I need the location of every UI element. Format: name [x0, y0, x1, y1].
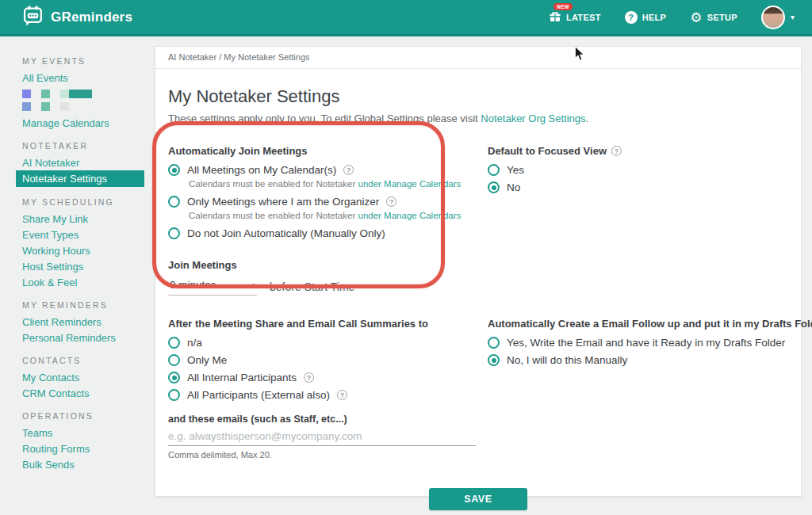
- save-button[interactable]: SAVE: [429, 488, 527, 510]
- radio-label: Only Meetings where I am the Organizer: [187, 196, 379, 208]
- sidebar-item-my-contacts[interactable]: My Contacts: [22, 369, 155, 385]
- radio-icon[interactable]: [488, 354, 500, 366]
- radio-focused-yes[interactable]: Yes: [488, 164, 788, 176]
- radio-followup-no[interactable]: No, I will do this Manually: [488, 354, 788, 366]
- radio-icon[interactable]: [168, 164, 180, 176]
- help-icon[interactable]: ?: [611, 146, 622, 156]
- radio-label: All Internal Participants: [187, 372, 297, 383]
- radio-label: No, I will do this Manually: [507, 354, 627, 366]
- gift-icon: [549, 10, 561, 25]
- radio-focused-no[interactable]: No: [488, 181, 788, 193]
- select-caret-icon: ▾: [251, 281, 255, 289]
- radio-organizer-only[interactable]: Only Meetings where I am the Organizer ?: [168, 196, 488, 208]
- nav-help-label: HELP: [642, 13, 667, 22]
- radio-only-me[interactable]: Only Me: [168, 354, 488, 366]
- user-menu[interactable]: ▾: [761, 6, 795, 29]
- radio-na[interactable]: n/a: [168, 337, 488, 349]
- sidebar-item-look-feel[interactable]: Look & Feel: [22, 274, 155, 290]
- radio-all-participants[interactable]: All Participants (External also) ?: [168, 389, 488, 401]
- radio-icon[interactable]: [168, 227, 180, 239]
- radio-all-internal[interactable]: All Internal Participants ?: [168, 372, 488, 383]
- new-badge: NEW: [553, 3, 573, 10]
- nav-help[interactable]: ? HELP: [625, 11, 667, 24]
- join-minutes-select[interactable]: 0 minutes ▾: [168, 278, 257, 296]
- subtitle-period: .: [586, 113, 589, 124]
- radio-icon[interactable]: [488, 337, 500, 349]
- main-panel: AI Notetaker / My Notetaker Settings My …: [155, 46, 802, 497]
- help-circle-icon: ?: [625, 11, 638, 24]
- sidebar-item-crm-contacts[interactable]: CRM Contacts: [22, 385, 155, 401]
- nav-latest-label: LATEST: [566, 13, 601, 22]
- join-meetings-heading: Join Meetings: [168, 259, 488, 271]
- page-subtitle: These settings apply only to you. To edi…: [168, 113, 788, 124]
- sidebar-item-teams[interactable]: Teams: [22, 425, 155, 441]
- sidebar-item-manage-calendars[interactable]: Manage Calendars: [22, 115, 155, 131]
- radio-do-not-join[interactable]: Do not Join Automatically (Manually Only…: [168, 227, 488, 239]
- under-manage-calendars-link[interactable]: under Manage Calendars: [358, 211, 462, 220]
- greminders-calendar-icon: [22, 5, 44, 29]
- calendar-activity-squares: [22, 90, 155, 111]
- note-text: Calendars must be enabled for Notetaker: [189, 211, 358, 220]
- gear-icon: ⚙: [690, 11, 703, 24]
- radio-label: All Meetings on My Calendar(s): [187, 164, 336, 176]
- nav-latest[interactable]: NEW LATEST: [549, 10, 601, 25]
- auto-join-heading: Automatically Join Meetings: [168, 145, 488, 157]
- user-avatar[interactable]: [761, 6, 785, 29]
- section-title-my-scheduling: MY SCHEDULING: [22, 197, 155, 207]
- radio-all-meetings[interactable]: All Meetings on My Calendar(s) ?: [168, 164, 488, 176]
- select-value: 0 minutes: [170, 279, 216, 291]
- radio-icon[interactable]: [168, 354, 180, 366]
- emails-input[interactable]: [168, 426, 476, 446]
- emails-hint: Comma delimited, Max 20.: [168, 450, 488, 460]
- nav-setup[interactable]: ⚙ SETUP: [690, 11, 737, 24]
- sidebar-item-client-reminders[interactable]: Client Reminders: [22, 314, 155, 330]
- help-icon[interactable]: ?: [386, 196, 396, 207]
- radio-label: n/a: [187, 337, 202, 349]
- sidebar-item-notetaker-settings[interactable]: Notetaker Settings: [16, 170, 144, 187]
- sidebar-item-bulk-sends[interactable]: Bulk Sends: [22, 456, 155, 472]
- radio-label: Yes: [507, 164, 524, 176]
- emails-label: and these emails (such as Staff, etc...): [168, 414, 488, 425]
- section-title-operations: OPERATIONS: [22, 411, 155, 421]
- brand-logo[interactable]: GReminders: [22, 5, 132, 29]
- help-icon[interactable]: ?: [304, 372, 314, 383]
- help-icon[interactable]: ?: [337, 390, 347, 400]
- sidebar-item-all-events[interactable]: All Events: [22, 70, 155, 86]
- radio-icon[interactable]: [488, 164, 500, 176]
- sidebar-item-host-settings[interactable]: Host Settings: [22, 258, 155, 274]
- radio-icon[interactable]: [168, 372, 180, 383]
- sidebar-item-personal-reminders[interactable]: Personal Reminders: [22, 330, 155, 345]
- focused-view-heading: Default to Focused View ?: [488, 145, 788, 157]
- section-title-notetaker: NOTETAKER: [22, 141, 155, 151]
- note-text: Calendars must be enabled for Notetaker: [189, 179, 358, 189]
- radio-icon[interactable]: [488, 181, 500, 193]
- nav-setup-label: SETUP: [707, 13, 737, 22]
- radio-label: Yes, Write the Email and have it Ready i…: [507, 337, 785, 349]
- section-title-my-reminders: MY REMINDERS: [22, 300, 155, 310]
- section-title-my-events: MY EVENTS: [22, 56, 155, 66]
- brand-name: GReminders: [51, 10, 132, 25]
- radio-followup-yes[interactable]: Yes, Write the Email and have it Ready i…: [488, 337, 788, 349]
- breadcrumb: AI Notetaker / My Notetaker Settings: [155, 47, 801, 69]
- sidebar-item-event-types[interactable]: Event Types: [22, 227, 155, 242]
- radio-icon[interactable]: [168, 337, 180, 349]
- radio-label: No: [507, 181, 520, 193]
- page-title: My Notetaker Settings: [168, 86, 788, 107]
- radio-label: All Participants (External also): [187, 389, 330, 401]
- sidebar-item-share-my-link[interactable]: Share My Link: [22, 211, 155, 227]
- sidebar-item-ai-notetaker[interactable]: AI Notetaker: [22, 154, 155, 170]
- help-icon[interactable]: ?: [343, 165, 354, 175]
- radio-label: Only Me: [187, 354, 227, 366]
- radio-note: Calendars must be enabled for Notetaker …: [189, 211, 488, 220]
- email-followup-heading: Automatically Create a Email Follow up a…: [488, 318, 788, 330]
- radio-note: Calendars must be enabled for Notetaker …: [189, 179, 488, 189]
- radio-icon[interactable]: [168, 389, 180, 401]
- notetaker-org-settings-link[interactable]: Notetaker Org Settings: [481, 113, 585, 124]
- sidebar-item-routing-forms[interactable]: Routing Forms: [22, 441, 155, 456]
- heading-text: Default to Focused View: [488, 145, 607, 157]
- radio-icon[interactable]: [168, 196, 180, 208]
- under-manage-calendars-link[interactable]: under Manage Calendars: [358, 179, 462, 189]
- sidebar-item-working-hours[interactable]: Working Hours: [22, 242, 155, 258]
- top-header: GReminders NEW LATEST ? HELP ⚙ SETUP ▾: [0, 0, 812, 36]
- section-title-contacts: CONTACTS: [22, 356, 155, 365]
